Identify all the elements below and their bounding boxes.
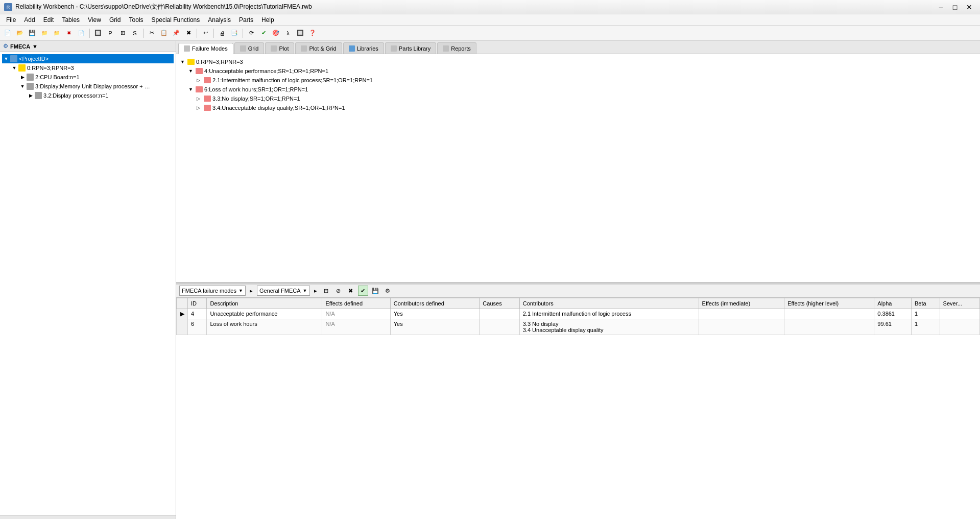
tree-node-display-proc[interactable]: ▶ 3.2:Display processor:n=1 [2,91,174,100]
fm-label-21: 2.1:Intermittent malfunction of logic pr… [212,77,373,83]
col-beta: Beta [912,298,940,309]
tree-node-cpu[interactable]: ▶ 2:CPU Board:n=1 [2,73,174,82]
menu-view[interactable]: View [84,15,105,25]
fm-node-21[interactable]: ▷ 2.1:Intermittent malfunction of logic … [179,76,977,85]
paste-button[interactable]: 📌 [171,28,182,39]
fm-expand-4[interactable]: ▼ [188,68,196,74]
tab-icon-libraries [349,45,355,52]
row1-contributors-defined: Yes [390,309,480,319]
table-header-row: ID Description Effects defined Contribut… [177,298,980,309]
fmeca-type-dropdown[interactable]: General FMECA ▼ [257,286,310,296]
menu-analysis[interactable]: Analysis [204,15,235,25]
toolbar-btn-refresh[interactable]: ⟳ [246,28,257,39]
fm-expand-34[interactable]: ▷ [197,105,204,110]
toolbar-btn-print[interactable]: 🖨 [217,28,228,39]
fmeca-btn-clear[interactable]: ✖ [346,286,356,296]
menu-tools[interactable]: Tools [125,15,148,25]
project-tree: ▼ <ProjectID> ▼ 0:RPN=3;RPNR=3 ▶ 2:CPU B… [0,52,176,515]
cut-button[interactable]: ✂ [146,28,157,39]
toolbar-btn-16[interactable]: 🔲 [295,28,306,39]
toolbar-btn-pdf[interactable]: 📑 [229,28,240,39]
toolbar-sep-1 [89,29,90,38]
row1-effects-defined: N/A [322,309,390,319]
fm-expand-root[interactable]: ▼ [180,59,187,64]
new-button[interactable]: 📄 [2,28,13,39]
fmeca-btn-check[interactable]: ✔ [358,286,368,296]
toolbar-sep-2 [143,29,144,38]
menu-file[interactable]: File [2,15,20,25]
tab-label-parts-library: Parts Library [399,45,431,52]
menu-edit[interactable]: Edit [39,15,58,25]
tab-label-plot-grid: Plot & Grid [309,45,336,52]
undo-button[interactable]: ↩ [200,28,211,39]
col-effects-defined: Effects defined [322,298,390,309]
copy-button[interactable]: 📋 [158,28,170,39]
col-severity: Sever... [940,298,979,309]
tree-node-project[interactable]: ▼ <ProjectID> [2,54,174,63]
menu-parts[interactable]: Parts [235,15,257,25]
save-button[interactable]: 💾 [27,28,38,39]
fm-node-33[interactable]: ▷ 3.3:No display;SR=1;OR=1;RPN=1 [179,94,977,103]
fm-expand-33[interactable]: ▷ [197,96,204,101]
toolbar-btn-4[interactable]: 📁 [39,28,50,39]
tree-expand-1[interactable]: ▼ [11,65,17,71]
menu-help[interactable]: Help [257,15,278,25]
fm-node-34[interactable]: ▷ 3.4:Unacceptable display quality;SR=1;… [179,103,977,112]
menu-grid[interactable]: Grid [105,15,125,25]
tab-libraries[interactable]: Libraries [343,42,384,54]
row1-arrow: ▶ [177,309,188,319]
tab-grid[interactable]: Grid [234,42,265,54]
fmeca-dropdown-arrow[interactable]: ▼ [32,43,38,50]
toolbar-btn-11[interactable]: S [129,28,140,39]
titlebar: R Reliability Workbench - C:\Users\suppo… [0,0,980,14]
menu-tables[interactable]: Tables [58,15,84,25]
toolbar-btn-lambda[interactable]: λ [282,28,294,39]
tree-node-display[interactable]: ▼ 3:Display;Memory Unit Display processo… [2,82,174,91]
tree-label-display: 3:Display;Memory Unit Display processor … [35,83,153,89]
tab-plot-grid[interactable]: Plot & Grid [295,42,342,54]
row1-contributors: 2.1 Intermittent malfunction of logic pr… [519,309,699,319]
table-row[interactable]: 6 Loss of work hours N/A Yes 3.3 No disp… [177,319,980,335]
fmeca-btn-filter[interactable]: ⊘ [333,286,344,296]
toolbar-btn-5[interactable]: 📁 [51,28,62,39]
row2-id: 6 [188,319,207,335]
delete-button[interactable]: ✖ [183,28,194,39]
fm-expand-6[interactable]: ▼ [188,87,196,92]
left-scrollbar [0,515,176,519]
maximize-button[interactable]: □ [948,2,962,12]
toolbar-btn-10[interactable]: ⊞ [117,28,128,39]
fm-node-6[interactable]: ▼ 6:Loss of work hours;SR=1;OR=1;RPN=1 [179,85,977,94]
tab-parts-library[interactable]: Parts Library [385,42,436,54]
row1-id: 4 [188,309,207,319]
fmeca-btn-config[interactable]: ⚙ [383,286,393,296]
fm-node-root[interactable]: ▼ 0:RPN=3;RPNR=3 [179,57,977,66]
toolbar-btn-9[interactable]: P [105,28,116,39]
tab-reports[interactable]: Reports [437,42,476,54]
fmeca-btn-layout[interactable]: ⊟ [321,286,331,296]
minimize-button[interactable]: ‒ [934,2,947,12]
toolbar-btn-7[interactable]: 📄 [76,28,87,39]
toolbar-btn-target[interactable]: 🎯 [270,28,281,39]
tree-expand-0[interactable]: ▼ [3,56,9,62]
fm-expand-21[interactable]: ▷ [197,78,204,83]
toolbar-btn-6[interactable]: ✖ [63,28,75,39]
fmeca-mode-dropdown[interactable]: FMECA failure modes ▼ [179,286,246,296]
toolbar-btn-check[interactable]: ✔ [258,28,269,39]
open-button[interactable]: 📂 [14,28,26,39]
menu-add[interactable]: Add [20,15,39,25]
tab-label-libraries: Libraries [357,45,378,52]
tab-failure-modes[interactable]: Failure Modes [178,43,233,54]
fmeca-btn-save[interactable]: 💾 [370,286,380,296]
tab-plot[interactable]: Plot [265,42,294,54]
tree-expand-cpu[interactable]: ▶ [19,74,26,80]
tree-expand-dp[interactable]: ▶ [28,92,34,99]
help-button[interactable]: ❓ [307,28,318,39]
col-description: Description [207,298,322,309]
tree-expand-display[interactable]: ▼ [19,83,26,89]
fm-node-4[interactable]: ▼ 4:Unacceptable performance;SR=1;OR=1;R… [179,66,977,76]
close-button[interactable]: ✕ [963,2,976,12]
table-row[interactable]: ▶ 4 Unacceptable performance N/A Yes 2.1… [177,309,980,319]
toolbar-btn-8[interactable]: 🔲 [92,28,104,39]
menu-special-functions[interactable]: Special Functions [148,15,204,25]
tree-node-0[interactable]: ▼ 0:RPN=3;RPNR=3 [2,63,174,73]
